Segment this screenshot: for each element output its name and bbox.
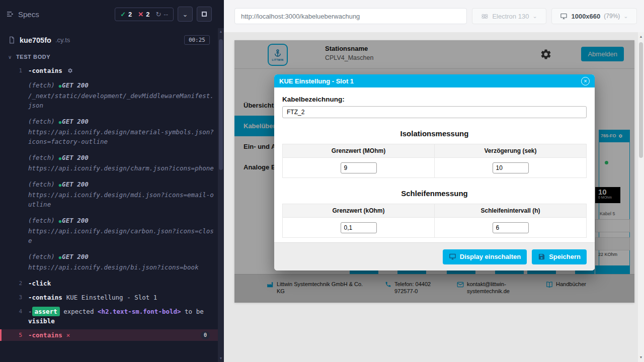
viewport-select[interactable]: 1000x660 (79%) ⌄ xyxy=(551,8,637,24)
fetch-tag: (fetch) xyxy=(28,154,55,161)
kue-settings-modal: KUE Einstellung - Slot 1 × Kabelbezeichn… xyxy=(274,74,595,270)
fetch-status: GET 200 xyxy=(62,81,89,89)
chevron-down-icon: ⌄ xyxy=(183,11,188,18)
modal-footer: Display einschalten Speichern xyxy=(274,242,595,270)
collapse-button[interactable]: ⌄ xyxy=(178,7,193,22)
reporter-scrollbar[interactable]: ▲ ▼ xyxy=(218,28,224,362)
command-number: 3 xyxy=(0,293,28,302)
modal-title: KUE Einstellung - Slot 1 xyxy=(279,77,354,85)
command-row-click[interactable]: 2 -click xyxy=(0,278,218,289)
column-header: Schleifenintervall (h) xyxy=(435,204,587,218)
spec-extension: .cy.ts xyxy=(55,36,70,44)
status-dot-icon: ● xyxy=(59,120,61,125)
command-name: -click xyxy=(28,280,51,287)
modal-header: KUE Einstellung - Slot 1 × xyxy=(274,74,595,87)
isolation-table: Grenzwert (MOhm) Verzögerung (sek) xyxy=(282,144,587,178)
fetch-status: GET 200 xyxy=(62,180,89,188)
check-icon: ✓ xyxy=(120,11,126,18)
stop-icon xyxy=(202,12,207,17)
cable-name-label: Kabelbezeichnung: xyxy=(282,96,587,103)
fetch-url: https://api.iconify.design/mdi.json?icon… xyxy=(28,190,215,209)
assert-expected: expected xyxy=(63,308,94,315)
fetch-url: https://api.iconify.design/carbon.json?i… xyxy=(28,226,215,245)
command-row-contains-2[interactable]: 3 -containsKUE Einstellung - Slot 1 xyxy=(0,292,218,303)
app-under-test: LITTWIN Stationsname CPLV4_Maschen Abmel… xyxy=(234,40,634,303)
fetch-status: GET 200 xyxy=(62,217,89,224)
column-header: Grenzwert (MOhm) xyxy=(283,144,435,158)
loop-limit-input[interactable] xyxy=(341,222,377,233)
status-dot-icon: ● xyxy=(59,83,61,88)
scrollbar-thumb[interactable] xyxy=(639,42,643,158)
assert-to-be: to be xyxy=(185,308,204,315)
cable-name-input[interactable] xyxy=(282,106,587,118)
close-icon[interactable]: × xyxy=(581,77,590,85)
command-number: 4 xyxy=(0,307,28,326)
scroll-down-arrow[interactable]: ▼ xyxy=(638,354,644,361)
command-row-assert[interactable]: 4 -assert expected <h2.text-sm.font-bold… xyxy=(0,306,218,327)
chevron-down-icon: ⌄ xyxy=(623,13,628,20)
command-log: 1 -contains (fetch)●GET 200/_next/static… xyxy=(0,64,218,341)
cypress-reporter: Specs ✓2 ✕2 ↻-- ⌄ kue705fo .cy.ts 00:25 xyxy=(0,0,224,362)
command-number: 1 xyxy=(0,66,28,76)
fetch-tag: (fetch) xyxy=(28,180,55,188)
scrollbar-thumb[interactable] xyxy=(219,39,223,170)
fetch-log-row[interactable]: (fetch)●GET 200https://api.iconify.desig… xyxy=(0,152,218,174)
status-dot-icon: ● xyxy=(59,183,61,188)
fail-x-icon: × xyxy=(66,331,70,339)
electron-icon xyxy=(481,13,489,20)
fetch-url: https://api.iconify.design/material-symb… xyxy=(28,127,215,146)
fetch-log-row[interactable]: (fetch)●GET 200https://api.iconify.desig… xyxy=(0,215,218,246)
aut-stage: LITTWIN Stationsname CPLV4_Maschen Abmel… xyxy=(224,32,638,362)
display-on-button[interactable]: Display einschalten xyxy=(443,249,527,264)
scroll-up-arrow[interactable]: ▲ xyxy=(218,28,224,35)
fetch-log-row[interactable]: (fetch)●GET 200https://api.iconify.desig… xyxy=(0,178,218,210)
status-dot-icon: ● xyxy=(59,156,61,161)
command-name: -contains xyxy=(28,67,62,74)
fetch-tag: (fetch) xyxy=(28,118,55,125)
refresh-icon: ↻ xyxy=(155,11,161,18)
column-header: Verzögerung (sek) xyxy=(435,144,587,158)
browser-select[interactable]: Electron 130 ⌄ xyxy=(472,8,546,24)
test-body-toggle[interactable]: ∨ TEST BODY xyxy=(0,50,218,64)
spec-header: kue705fo .cy.ts 00:25 xyxy=(0,28,218,50)
viewport-size: 1000x660 xyxy=(571,13,600,20)
assert-result: visible xyxy=(28,317,55,325)
floppy-disk-icon xyxy=(538,253,545,260)
command-number: 2 xyxy=(0,279,28,288)
page-scrollbar[interactable]: ▲ ▼ xyxy=(638,32,644,362)
spec-timer: 00:25 xyxy=(184,35,210,45)
loop-interval-input[interactable] xyxy=(493,222,529,233)
scroll-up-arrow[interactable]: ▲ xyxy=(638,33,644,40)
save-button[interactable]: Speichern xyxy=(532,249,587,264)
command-row-contains-1[interactable]: 1 -contains xyxy=(0,65,218,77)
screen: Specs ✓2 ✕2 ↻-- ⌄ kue705fo .cy.ts 00:25 xyxy=(0,0,644,362)
column-header: Grenzwert (kOhm) xyxy=(283,204,435,218)
url-input[interactable] xyxy=(234,8,467,24)
monitor-icon xyxy=(449,253,456,260)
status-dot-icon: ● xyxy=(59,219,61,224)
fetch-tag: (fetch) xyxy=(28,253,55,260)
modal-body: Kabelbezeichnung: Isolationsmessung Gren… xyxy=(274,87,595,238)
scroll-down-arrow[interactable]: ▼ xyxy=(218,355,224,362)
gear-icon xyxy=(67,66,73,76)
fetch-url: /_next/static/development/_devMiddleware… xyxy=(28,91,215,110)
chevron-down-icon: ⌄ xyxy=(532,13,537,20)
iso-delay-input[interactable] xyxy=(493,162,529,173)
command-name: -contains xyxy=(28,331,62,339)
fetch-tag: (fetch) xyxy=(28,217,55,224)
fetch-log-row[interactable]: (fetch)●GET 200/_next/static/development… xyxy=(0,79,218,111)
fetch-status: GET 200 xyxy=(62,118,89,125)
viewport-zoom: (79%) xyxy=(604,13,620,20)
spec-name[interactable]: kue705fo xyxy=(20,36,51,44)
cross-icon: ✕ xyxy=(138,11,143,18)
command-row-contains-failed[interactable]: 5 -contains× 0 xyxy=(0,329,218,341)
fetch-log-row[interactable]: (fetch)●GET 200https://api.iconify.desig… xyxy=(0,251,218,273)
fetch-url: https://api.iconify.design/charm.json?ic… xyxy=(28,163,215,173)
assert-badge: assert xyxy=(32,307,60,316)
fetch-log-row[interactable]: (fetch)●GET 200https://api.iconify.desig… xyxy=(0,116,218,147)
fetch-status: GET 200 xyxy=(62,154,89,161)
specs-label[interactable]: Specs xyxy=(18,10,39,19)
stop-button[interactable] xyxy=(197,7,212,22)
specs-menu[interactable]: Specs xyxy=(6,10,39,19)
iso-limit-input[interactable] xyxy=(341,162,377,173)
